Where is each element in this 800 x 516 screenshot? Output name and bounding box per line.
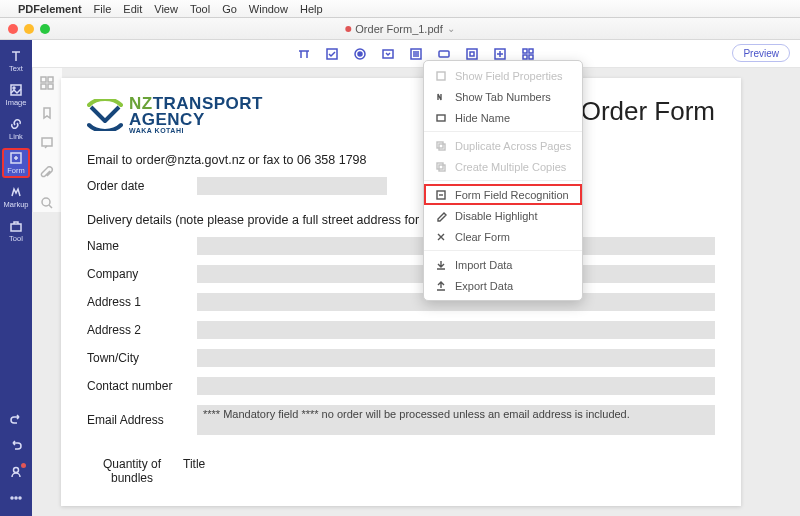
svg-rect-22	[437, 142, 443, 148]
copies-icon	[435, 161, 447, 173]
menu-help[interactable]: Help	[300, 3, 323, 15]
menu-app-name[interactable]: PDFelement	[18, 3, 82, 15]
rail-link[interactable]: Link	[3, 115, 29, 143]
form-icon	[9, 151, 23, 165]
rail-redo[interactable]	[3, 436, 29, 456]
text-icon	[9, 49, 23, 63]
combobox-icon	[381, 47, 395, 61]
logo-mark-icon	[87, 99, 123, 131]
menu-go[interactable]: Go	[222, 3, 237, 15]
preview-button[interactable]: Preview	[732, 44, 790, 62]
svg-rect-25	[439, 165, 445, 171]
tool-radio[interactable]	[351, 45, 369, 63]
menu-hide-name[interactable]: Hide Name	[424, 107, 582, 128]
menu-show-tab-numbers[interactable]: Show Tab Numbers	[424, 86, 582, 107]
svg-rect-20	[437, 72, 445, 80]
rail-more[interactable]	[3, 488, 29, 508]
svg-point-5	[11, 497, 13, 499]
window-minimize-button[interactable]	[24, 24, 34, 34]
rail-account[interactable]	[3, 462, 29, 482]
menu-export-data[interactable]: Export Data	[424, 275, 582, 296]
rail-tool[interactable]: Tool	[3, 217, 29, 245]
pdf-page: NZTRANSPORT AGENCY WAKA KOTAHI Order For…	[61, 78, 741, 506]
contact-field[interactable]	[197, 377, 715, 395]
button-icon	[437, 47, 451, 61]
menu-file[interactable]: File	[94, 3, 112, 15]
more-icon	[9, 491, 23, 505]
email-label: Email Address	[87, 405, 197, 427]
tool-checkbox[interactable]	[323, 45, 341, 63]
address2-field[interactable]	[197, 321, 715, 339]
clear-icon	[435, 231, 447, 243]
document-title[interactable]: Order Form_1.pdf ⌄	[345, 23, 454, 35]
agency-logo: NZTRANSPORT AGENCY WAKA KOTAHI	[87, 96, 263, 135]
document-viewport[interactable]: NZTRANSPORT AGENCY WAKA KOTAHI Order For…	[32, 68, 770, 516]
svg-rect-18	[523, 55, 527, 59]
rail-image[interactable]: Image	[3, 81, 29, 109]
rail-text[interactable]: Text	[3, 47, 29, 75]
col-title: Title	[177, 457, 715, 485]
grid-icon	[521, 47, 535, 61]
menu-create-copies: Create Multiple Copies	[424, 156, 582, 177]
address1-label: Address 1	[87, 295, 197, 309]
menu-import-data[interactable]: Import Data	[424, 254, 582, 275]
properties-icon	[435, 70, 447, 82]
rail-undo[interactable]	[3, 410, 29, 430]
highlight-icon	[435, 210, 447, 222]
textfield-icon	[297, 47, 311, 61]
undo-icon	[9, 413, 23, 427]
svg-rect-23	[439, 144, 445, 150]
svg-point-4	[14, 468, 19, 473]
tool-textfield[interactable]	[295, 45, 313, 63]
left-tool-rail: Text Image Link Form Markup Tool	[0, 40, 32, 516]
towncity-field[interactable]	[197, 349, 715, 367]
svg-rect-3	[11, 224, 21, 231]
tool-combobox[interactable]	[379, 45, 397, 63]
toolbox-icon	[9, 219, 23, 233]
contact-label: Contact number	[87, 379, 197, 393]
rail-tool-label: Tool	[9, 234, 23, 243]
signature-icon	[465, 47, 479, 61]
rail-image-label: Image	[6, 98, 27, 107]
svg-point-7	[19, 497, 21, 499]
col-quantity: Quantity of bundles	[87, 457, 177, 485]
tabnumbers-icon	[435, 91, 447, 103]
rail-form-label: Form	[7, 166, 25, 175]
order-date-label: Order date	[87, 179, 197, 193]
recognition-icon	[435, 189, 447, 201]
rail-text-label: Text	[9, 64, 23, 73]
menu-window[interactable]: Window	[249, 3, 288, 15]
address2-label: Address 2	[87, 323, 197, 337]
radio-icon	[353, 47, 367, 61]
menu-clear-form[interactable]: Clear Form	[424, 226, 582, 247]
menu-separator	[424, 180, 582, 181]
import-icon	[435, 259, 447, 271]
rail-markup[interactable]: Markup	[3, 183, 29, 211]
menu-show-field-properties: Show Field Properties	[424, 65, 582, 86]
svg-rect-13	[439, 51, 449, 57]
link-icon	[9, 117, 23, 131]
rail-form[interactable]: Form	[3, 149, 29, 177]
menu-form-field-recognition[interactable]: Form Field Recognition	[424, 184, 582, 205]
menu-view[interactable]: View	[154, 3, 178, 15]
menu-tool[interactable]: Tool	[190, 3, 210, 15]
tool-listbox[interactable]	[407, 45, 425, 63]
menu-edit[interactable]: Edit	[123, 3, 142, 15]
listbox-icon	[409, 47, 423, 61]
window-close-button[interactable]	[8, 24, 18, 34]
order-date-field[interactable]	[197, 177, 387, 195]
logo-sub: WAKA KOTAHI	[129, 128, 263, 135]
window-controls	[8, 24, 50, 34]
hidename-icon	[435, 112, 447, 124]
menu-disable-highlight[interactable]: Disable Highlight	[424, 205, 582, 226]
menu-separator	[424, 250, 582, 251]
email-field[interactable]: **** Mandatory field **** no order will …	[197, 405, 715, 435]
svg-point-10	[358, 52, 362, 56]
menu-duplicate-pages: Duplicate Across Pages	[424, 135, 582, 156]
form-toolbar: Preview	[32, 40, 800, 68]
svg-rect-21	[437, 115, 445, 121]
rail-markup-label: Markup	[3, 200, 28, 209]
form-more-menu: Show Field Properties Show Tab Numbers H…	[423, 60, 583, 301]
window-maximize-button[interactable]	[40, 24, 50, 34]
svg-rect-24	[437, 163, 443, 169]
